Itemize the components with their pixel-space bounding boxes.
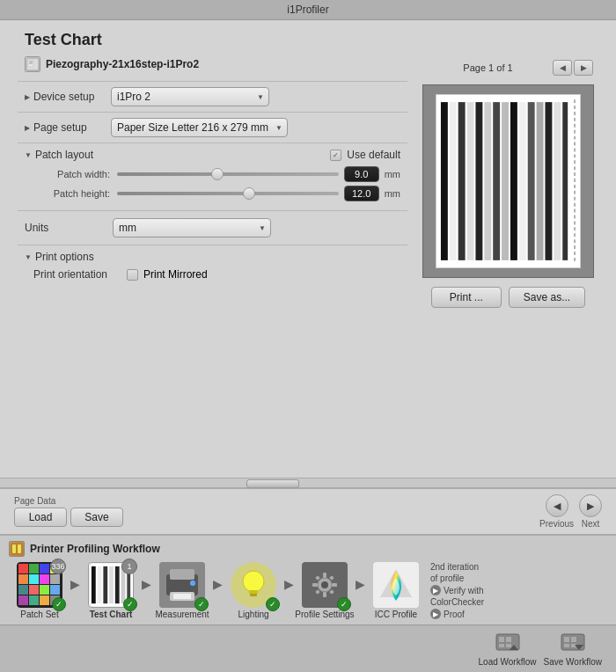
print-mirrored-checkbox[interactable] bbox=[127, 269, 138, 281]
svg-rect-32 bbox=[50, 574, 60, 584]
units-select-wrapper: mm bbox=[113, 218, 271, 237]
step-measurement-icon-area: ✓ bbox=[159, 562, 205, 608]
svg-rect-19 bbox=[562, 102, 568, 260]
svg-rect-23 bbox=[18, 544, 21, 553]
save-as-button[interactable]: Save as... bbox=[509, 287, 585, 308]
patch-height-slider[interactable] bbox=[117, 192, 339, 195]
svg-rect-5 bbox=[441, 102, 448, 260]
test-chart-check: ✓ bbox=[123, 597, 137, 611]
next-nav-label: Next bbox=[582, 519, 600, 529]
device-setup-row: ▶ Device setup i1Pro 2 bbox=[18, 81, 407, 112]
step-icc-profile[interactable]: ICC Profile bbox=[365, 562, 427, 619]
load-workflow-button[interactable]: Load Workflow bbox=[479, 631, 537, 667]
svg-rect-22 bbox=[12, 544, 16, 553]
workflow-section: Printer Profiling Workflow bbox=[0, 534, 616, 625]
svg-rect-70 bbox=[312, 583, 318, 587]
next-nav-button[interactable]: ▶ bbox=[579, 494, 602, 517]
save-button[interactable]: Save bbox=[70, 508, 123, 527]
step-lighting[interactable]: ✓ Lighting bbox=[223, 562, 284, 619]
svg-rect-84 bbox=[571, 637, 576, 642]
workflow-link3: Proof bbox=[444, 610, 465, 619]
preview-area: Page 1 of 1 ◀ ▶ bbox=[418, 56, 598, 469]
use-default-checkbox[interactable]: ✓ bbox=[330, 150, 341, 161]
save-workflow-button[interactable]: Save Workflow bbox=[543, 631, 602, 667]
device-setup-select-wrapper: i1Pro 2 bbox=[111, 87, 269, 106]
svg-rect-25 bbox=[18, 564, 28, 573]
device-setup-select[interactable]: i1Pro 2 bbox=[111, 87, 269, 106]
print-options-label: Print options bbox=[35, 251, 94, 263]
svg-rect-51 bbox=[170, 569, 194, 580]
step-patch-set[interactable]: 336 ✓ Patch Set bbox=[9, 562, 70, 619]
lighting-check: ✓ bbox=[266, 597, 280, 611]
prev-nav-button[interactable]: ◀ bbox=[546, 494, 568, 517]
prev-nav-label: Previous bbox=[539, 519, 574, 529]
step-test-chart-icon-area: 1 ✓ bbox=[88, 562, 134, 608]
patch-width-value: 9.0 bbox=[344, 166, 379, 182]
lighting-label: Lighting bbox=[238, 610, 268, 619]
proof-icon: ▶ bbox=[430, 609, 441, 619]
file-name: Piezography-21x16step-i1Pro2 bbox=[46, 58, 199, 70]
svg-rect-39 bbox=[40, 595, 49, 605]
app-title: i1Profiler bbox=[287, 4, 328, 16]
svg-rect-9 bbox=[475, 102, 482, 260]
step-profile-settings[interactable]: ✓ Profile Settings bbox=[294, 562, 356, 619]
workflow-info-line1: 2nd iteration bbox=[430, 562, 484, 572]
page-title: Test Chart bbox=[0, 20, 616, 56]
page-setup-label: ▶ Page setup bbox=[25, 121, 104, 134]
svg-rect-79 bbox=[506, 637, 511, 642]
page-setup-select[interactable]: Paper Size Letter 216 x 279 mm bbox=[111, 118, 288, 137]
svg-rect-12 bbox=[502, 102, 509, 260]
svg-rect-85 bbox=[564, 644, 569, 647]
step-lighting-icon-area: ✓ bbox=[231, 562, 276, 608]
print-button[interactable]: Print ... bbox=[431, 287, 502, 308]
prev-page-button[interactable]: ◀ bbox=[553, 60, 572, 76]
workflow-verify-link[interactable]: ▶ Verify with bbox=[430, 585, 484, 595]
scrollbar-thumb bbox=[246, 479, 299, 488]
step-measurement[interactable]: ✓ Measurement bbox=[151, 562, 213, 619]
patch-width-unit: mm bbox=[385, 169, 400, 179]
svg-rect-42 bbox=[92, 566, 96, 603]
svg-rect-58 bbox=[249, 590, 258, 594]
use-default-row: ✓ Use default bbox=[330, 149, 400, 161]
device-setup-triangle: ▶ bbox=[25, 93, 30, 101]
svg-rect-29 bbox=[18, 574, 28, 584]
next-page-button[interactable]: ▶ bbox=[574, 60, 593, 76]
svg-rect-14 bbox=[519, 102, 526, 260]
page-setup-select-wrapper: Paper Size Letter 216 x 279 mm bbox=[111, 118, 288, 137]
content-area: Piezography-21x16step-i1Pro2 ▶ Device se… bbox=[0, 56, 616, 478]
svg-rect-37 bbox=[18, 595, 28, 605]
step-icc-profile-wrapper: ICC Profile bbox=[365, 562, 427, 619]
workflow-title-row: Printer Profiling Workflow bbox=[9, 541, 607, 557]
load-workflow-icon bbox=[494, 631, 522, 655]
patch-width-slider[interactable] bbox=[117, 172, 339, 176]
file-label-row: Piezography-21x16step-i1Pro2 bbox=[18, 56, 407, 72]
step-test-chart[interactable]: 1 ✓ Test Chart bbox=[80, 562, 142, 619]
patch-height-slider-container: 12.0 mm bbox=[117, 186, 400, 201]
units-label: Units bbox=[25, 222, 104, 234]
test-chart-badge: 1 bbox=[121, 559, 137, 574]
workflow-proof-link[interactable]: ▶ Proof bbox=[430, 609, 484, 619]
load-button[interactable]: Load bbox=[14, 508, 67, 527]
workflow-link2: ColorChecker bbox=[430, 597, 484, 607]
step-icc-profile-icon-area bbox=[373, 562, 419, 608]
svg-rect-27 bbox=[40, 564, 49, 573]
scrollbar[interactable] bbox=[0, 478, 616, 488]
units-row: Units mm bbox=[18, 210, 407, 245]
print-mirrored-label: Print Mirrored bbox=[143, 268, 208, 281]
page-setup-triangle: ▶ bbox=[25, 124, 30, 132]
workflow-info: 2nd iteration of profile ▶ Verify with C… bbox=[430, 562, 484, 619]
svg-rect-6 bbox=[450, 102, 457, 260]
svg-rect-69 bbox=[323, 592, 326, 597]
patch-height-label: Patch height: bbox=[42, 188, 117, 199]
svg-rect-31 bbox=[40, 574, 49, 584]
page-setup-row: ▶ Page setup Paper Size Letter 216 x 279… bbox=[18, 112, 407, 142]
svg-rect-26 bbox=[29, 564, 39, 573]
patch-set-label: Patch Set bbox=[20, 610, 58, 619]
svg-point-67 bbox=[321, 581, 328, 588]
svg-rect-44 bbox=[103, 566, 107, 603]
units-select[interactable]: mm bbox=[113, 218, 271, 237]
patch-height-value: 12.0 bbox=[344, 186, 379, 201]
patch-width-slider-container: 9.0 mm bbox=[117, 166, 400, 182]
step-patch-set-icon-area: 336 ✓ bbox=[17, 562, 62, 608]
workflow-title-label: Printer Profiling Workflow bbox=[30, 543, 160, 555]
